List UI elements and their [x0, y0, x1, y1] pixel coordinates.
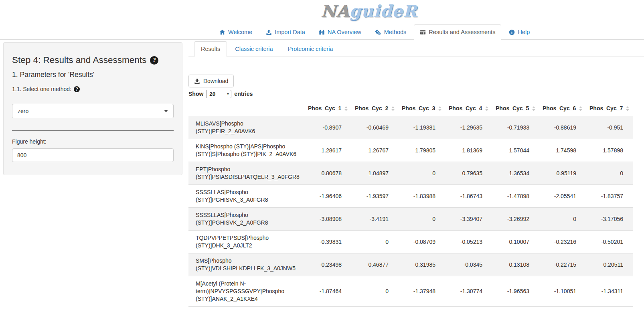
row-name-cell: SSSSLLAS[Phospho (STY)]PGHISVK_2_A0FGR8: [188, 208, 305, 231]
nav-tab-welcome[interactable]: Welcome: [213, 24, 258, 40]
value-cell: -1.34311: [586, 276, 633, 307]
value-cell: -1.83988: [399, 185, 446, 208]
row-name-cell: M[Acetyl (Protein N-term)]NPVYSPGSSGVPY[…: [188, 276, 305, 307]
download-icon: [194, 78, 200, 84]
nav-tab-label: Welcome: [228, 28, 252, 36]
sort-arrows-icon: [438, 106, 441, 111]
column-header-phos-cyc-7[interactable]: Phos_Cyc_7: [586, 101, 633, 116]
value-cell: 0: [352, 231, 399, 253]
nav-tab-na-overview[interactable]: NA Overview: [313, 24, 367, 40]
naguider-app: NAguideR WelcomeImport DataNA OverviewMe…: [0, 0, 644, 310]
value-cell: -3.26992: [492, 208, 539, 231]
value-cell: -1.29635: [446, 116, 492, 139]
value-cell: 1.28617: [305, 139, 352, 162]
sort-arrows-icon: [532, 106, 535, 111]
step-title-row: Step 4: Results and Assessments ?: [12, 55, 174, 65]
sub-tab-proteomic-criteria: Proteomic criteria: [281, 41, 340, 57]
method-label: 1.1. Select one method:: [12, 86, 71, 92]
value-cell: -1.10051: [539, 276, 586, 307]
table-row: KINS[Phospho (STY)]APS[Phospho (STY)]S[P…: [188, 139, 633, 162]
binoculars-icon: [319, 29, 325, 35]
sort-arrows-icon: [391, 106, 395, 111]
table-length-control: Show 20 ▼ entries: [188, 90, 644, 98]
column-header-phos-cyc-3[interactable]: Phos_Cyc_3: [399, 101, 446, 116]
divider: [12, 130, 174, 131]
nav-tab-methods[interactable]: Methods: [369, 24, 413, 40]
method-help-question-icon[interactable]: ?: [74, 86, 80, 92]
table-row: EPT[Phospho (STY)]PSIASDISLPIATQELR_3_A0…: [188, 162, 633, 185]
value-cell: -0.71933: [492, 116, 539, 139]
logo-text-na: NA: [321, 2, 349, 21]
table-row: MLISAVS[Phospho (STY)]PEIR_2_A0AVK6-0.89…: [188, 116, 633, 139]
value-cell: 0.79635: [446, 162, 492, 185]
page-length-select[interactable]: 20 ▼: [206, 90, 231, 98]
column-header-label: Phos_Cyc_4: [449, 105, 482, 111]
value-cell: -1.93597: [352, 185, 399, 208]
column-header-phos-cyc-4[interactable]: Phos_Cyc_4: [446, 101, 492, 116]
subtab-results[interactable]: Results: [194, 41, 227, 57]
subtab-classic-criteria[interactable]: Classic criteria: [228, 41, 279, 57]
value-cell: -0.08709: [399, 231, 446, 253]
table-row: M[Acetyl (Protein N-term)]NPVYSPGSSGVPY[…: [188, 276, 633, 307]
subtab-proteomic-criteria[interactable]: Proteomic criteria: [281, 41, 340, 57]
value-cell: 0: [586, 162, 633, 185]
value-cell: -1.96563: [492, 276, 539, 307]
nav-tab-help[interactable]: Help: [503, 24, 536, 40]
entries-label: entries: [234, 91, 253, 97]
value-cell: -1.86743: [446, 185, 492, 208]
column-header-phos-cyc-6[interactable]: Phos_Cyc_6: [539, 101, 586, 116]
value-cell: -1.96406: [305, 185, 352, 208]
logo-text-guider: guideR: [349, 2, 417, 21]
column-header-label: Phos_Cyc_1: [308, 105, 341, 111]
nav-tab-label: Import Data: [275, 28, 305, 36]
value-cell: -0.0345: [446, 253, 492, 276]
nav-tab-results-and-assessments[interactable]: Results and Assessments: [414, 24, 501, 40]
sidebar-panel: Step 4: Results and Assessments ? 1. Par…: [3, 42, 182, 175]
results-tab-panel: Download Show 20 ▼ entries Phos_Cyc_1Pho…: [188, 57, 644, 307]
value-cell: 1.57044: [492, 139, 539, 162]
value-cell: -0.05213: [446, 231, 492, 253]
step-help-question-icon[interactable]: ?: [150, 56, 158, 65]
value-cell: -1.47898: [492, 185, 539, 208]
method-select[interactable]: zero: [12, 104, 174, 118]
column-header-phos-cyc-2[interactable]: Phos_Cyc_2: [352, 101, 399, 116]
value-cell: 0.46877: [352, 253, 399, 276]
main-tab-help: Help: [503, 24, 536, 40]
value-cell: 0: [399, 208, 446, 231]
value-cell: 0.13108: [492, 253, 539, 276]
row-name-cell: SSSSLLAS[Phospho (STY)]PGHISVK_3_A0FGR8: [188, 185, 305, 208]
value-cell: -3.17056: [586, 208, 633, 231]
nav-tab-label: Methods: [384, 28, 407, 36]
nav-tab-import-data[interactable]: Import Data: [260, 24, 311, 40]
value-cell: 1.79805: [399, 139, 446, 162]
value-cell: 0.31985: [399, 253, 446, 276]
download-button[interactable]: Download: [188, 75, 234, 87]
sort-arrows-icon: [485, 106, 488, 111]
figure-height-input[interactable]: [12, 148, 174, 162]
value-cell: -0.39831: [305, 231, 352, 253]
sort-arrows-icon: [344, 106, 348, 111]
table-icon: [420, 29, 426, 35]
figure-height-label: Figure height:: [12, 138, 174, 145]
table-row: SSSSLLAS[Phospho (STY)]PGHISVK_2_A0FGR8-…: [188, 208, 633, 231]
column-header-label: Phos_Cyc_6: [543, 105, 576, 111]
row-name-cell: KINS[Phospho (STY)]APS[Phospho (STY)]S[P…: [188, 139, 305, 162]
value-cell: -0.8907: [305, 116, 352, 139]
sort-arrows-icon: [626, 106, 629, 111]
caret-down-icon: [164, 110, 168, 112]
main-nav-tabs: WelcomeImport DataNA OverviewMethodsResu…: [0, 24, 644, 40]
value-cell: 1.26767: [352, 139, 399, 162]
step-title: Step 4: Results and Assessments: [12, 55, 146, 65]
method-label-row: 1.1. Select one method: ?: [12, 86, 174, 92]
value-cell: 0: [399, 162, 446, 185]
page-length-value: 20: [209, 91, 215, 97]
column-header-phos-cyc-1[interactable]: Phos_Cyc_1: [305, 101, 352, 116]
value-cell: -0.50201: [586, 231, 633, 253]
value-cell: -1.83757: [586, 185, 633, 208]
column-header-phos-cyc-5[interactable]: Phos_Cyc_5: [492, 101, 539, 116]
method-selected-value: zero: [18, 108, 28, 114]
value-cell: -1.87464: [305, 276, 352, 307]
row-name-column-header: [188, 101, 305, 116]
sub-tab-results: Results: [194, 41, 227, 57]
caret-down-icon: ▼: [226, 92, 229, 96]
